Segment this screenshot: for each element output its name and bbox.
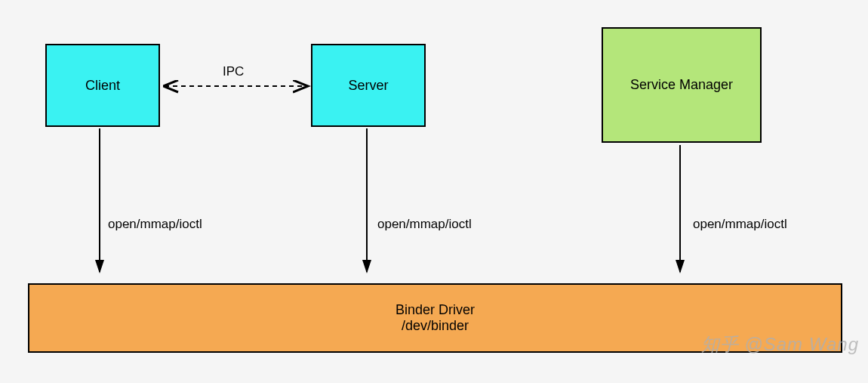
server-label: Server: [348, 78, 388, 94]
driver-path: /dev/binder: [402, 318, 469, 334]
server-syscall-label: open/mmap/ioctl: [377, 217, 472, 232]
service-manager-node: Service Manager: [602, 27, 762, 143]
client-syscall-label: open/mmap/ioctl: [108, 217, 202, 232]
server-node: Server: [311, 44, 426, 127]
svcmgr-syscall-label: open/mmap/ioctl: [693, 217, 787, 232]
client-label: Client: [85, 78, 120, 94]
watermark-text: 知乎 @Sam Wang: [701, 332, 859, 357]
ipc-edge-label: IPC: [223, 64, 244, 79]
client-node: Client: [45, 44, 160, 127]
driver-title: Binder Driver: [396, 302, 475, 318]
service-manager-label: Service Manager: [630, 77, 733, 93]
